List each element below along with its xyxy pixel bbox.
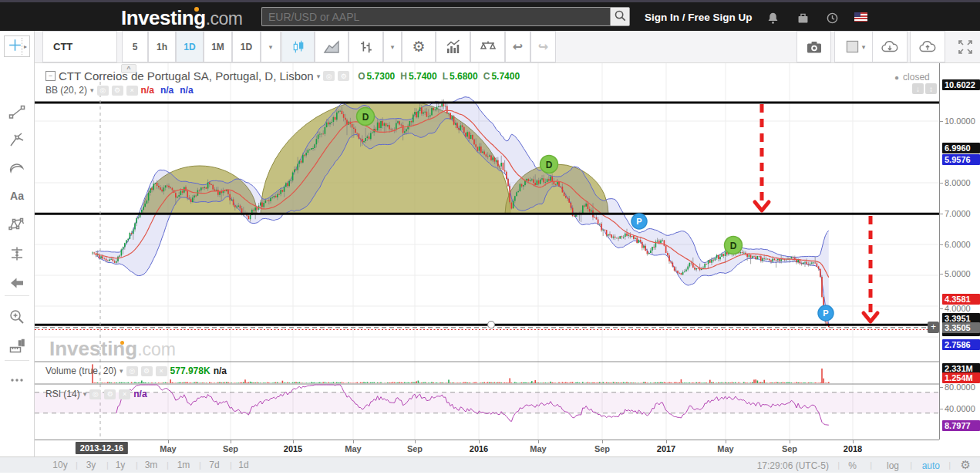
time-tick-label: Sep <box>782 444 797 453</box>
range-button-10y[interactable]: 10y <box>52 460 67 470</box>
rsi-eye-icon[interactable]: ◎ <box>89 389 101 399</box>
fullscreen-button[interactable] <box>952 31 978 62</box>
more-tool-icon[interactable] <box>8 371 26 389</box>
crosshair-tool-button[interactable]: ▸ <box>4 35 30 57</box>
investing-chart-app: Investing.com Sign In / Free Sign Up CTT… <box>0 0 980 475</box>
settings-gear-button[interactable]: ⚙ <box>402 31 436 62</box>
layout-select-button[interactable]: ▾ <box>834 31 877 62</box>
toolbar-collapse-chevron[interactable]: ^ <box>121 64 136 73</box>
price-axis-label: 3.3505 <box>942 322 980 333</box>
chart-toolbar: CTT 51h1D1M1D ▾ ▾ ⚙ ↩ ↪ ▾ <box>35 31 980 63</box>
log-scale-button[interactable]: log <box>887 460 899 471</box>
zoom-in-tool-icon[interactable] <box>8 308 26 326</box>
text-tool-icon[interactable]: Aa <box>8 187 26 205</box>
scroll-range-icon[interactable]: ↕ <box>925 83 937 94</box>
ohlc-values: O5.7300H5.7400L5.6800C5.7400 <box>352 71 520 82</box>
price-axis-label: 2.7586 <box>942 339 980 350</box>
arrow-left-tool-icon[interactable] <box>8 274 26 292</box>
arc-tool-icon[interactable] <box>8 158 26 177</box>
portfolio-briefcase-icon[interactable] <box>795 11 810 25</box>
us-flag-icon[interactable] <box>854 12 867 22</box>
bb-dropdown-caret[interactable]: ▾ <box>90 86 94 94</box>
save-layout-cloud-button[interactable] <box>910 31 945 62</box>
volume-dropdown-caret[interactable]: ▾ <box>120 367 123 375</box>
time-tick-label: May <box>345 444 361 453</box>
status-dot-icon: ● <box>894 73 899 82</box>
screenshot-camera-button[interactable] <box>796 31 831 62</box>
volume-close-icon[interactable]: × <box>156 366 167 376</box>
interval-button-1h-1[interactable]: 1h <box>148 31 176 62</box>
sign-in-link[interactable]: Sign In / Free Sign Up <box>645 12 753 23</box>
crosshair-icon <box>8 38 22 56</box>
time-tick-label: Sep <box>223 444 238 453</box>
interval-button-1d-2[interactable]: 1D <box>176 31 204 62</box>
time-tick-label: 2016 <box>470 444 488 453</box>
trend-line-tool-icon[interactable] <box>8 103 26 121</box>
measure-tool-icon[interactable] <box>8 337 26 355</box>
price-chart-canvas[interactable]: DDDPP <box>35 63 939 440</box>
bb-gear-icon[interactable]: ⚙ <box>112 86 123 96</box>
volume-gear-icon[interactable]: ⚙ <box>141 366 153 376</box>
redo-button[interactable]: ↪ <box>530 31 556 62</box>
area-chart-style-button[interactable] <box>315 31 349 62</box>
range-button-3y[interactable]: 3y <box>86 460 96 470</box>
rsi-dropdown-caret[interactable]: ▾ <box>83 390 87 398</box>
indicators-button[interactable] <box>436 31 470 62</box>
auto-scale-button[interactable]: auto <box>922 460 940 471</box>
status-label: closed <box>903 72 930 83</box>
title-dropdown-caret[interactable]: ▾ <box>317 72 321 80</box>
price-axis-label: 10.0000 <box>942 116 980 126</box>
compare-scales-button[interactable] <box>470 31 505 62</box>
collapse-panel-icon[interactable]: − <box>45 71 56 81</box>
undo-button[interactable]: ↩ <box>505 31 530 62</box>
range-button-1d[interactable]: 1d <box>238 460 248 470</box>
investing-logo[interactable]: Investing.com <box>121 6 242 30</box>
drawing-tools-sidebar: ▸ Aa <box>0 31 35 456</box>
bb-values: n/an/an/a <box>141 85 200 96</box>
series-settings-gear-icon[interactable]: ⚙ <box>338 71 349 81</box>
add-alert-plus-button[interactable]: + <box>928 322 939 333</box>
rsi-gear-icon[interactable]: ⚙ <box>104 389 116 399</box>
load-layout-cloud-button[interactable] <box>872 31 908 62</box>
recent-clock-icon[interactable] <box>824 11 840 25</box>
volume-eye-icon[interactable]: ◎ <box>126 366 138 376</box>
time-axis[interactable]: MaySep2015MaySep2016MaySep2017MaySep2018… <box>35 440 939 456</box>
interval-button-1m-3[interactable]: 1M <box>204 31 232 62</box>
search-button[interactable] <box>610 7 630 26</box>
instrument-header: − CTT Correios de Portugal SA, Portugal,… <box>45 69 520 83</box>
price-axis-label: 4.0000 <box>942 303 980 314</box>
visibility-eye-icon[interactable]: ◎ <box>323 71 335 81</box>
rsi-close-icon[interactable]: × <box>119 389 130 399</box>
price-axis-label: 10.6022 <box>942 79 980 90</box>
pitchfork-tool-icon[interactable] <box>8 130 26 149</box>
notifications-bell-icon[interactable] <box>765 11 780 25</box>
interval-dropdown-caret[interactable]: ▾ <box>261 31 281 62</box>
bb-close-icon[interactable]: × <box>126 86 138 96</box>
percent-scale-button[interactable]: % <box>848 460 857 471</box>
price-axis-label: 6.9960 <box>942 143 980 153</box>
range-button-7d[interactable]: 7d <box>209 460 219 470</box>
bar-style-button[interactable] <box>349 31 383 62</box>
scroll-down-icon[interactable]: ↓ <box>912 83 924 94</box>
interval-button-1d-4[interactable]: 1D <box>232 31 261 62</box>
svg-text:D: D <box>730 241 737 251</box>
bottom-settings-gear-icon[interactable]: ⚙ <box>961 458 971 472</box>
xabcd-pattern-tool-icon[interactable] <box>8 215 26 234</box>
watermark: Investing.com <box>49 337 176 361</box>
range-button-1y[interactable]: 1y <box>116 460 126 470</box>
search-input[interactable] <box>261 7 610 26</box>
style-dropdown-caret[interactable]: ▾ <box>383 31 402 62</box>
watermark-orange-dot <box>120 341 124 345</box>
range-button-1m[interactable]: 1m <box>177 460 190 470</box>
crosshair-expand-caret[interactable]: ▸ <box>22 38 29 55</box>
symbol-box[interactable]: CTT <box>42 31 117 62</box>
bb-eye-icon[interactable]: ◎ <box>97 86 109 96</box>
volume-value: 577.978K <box>170 366 210 376</box>
long-position-tool-icon[interactable] <box>8 244 26 263</box>
range-button-3m[interactable]: 3m <box>145 460 158 470</box>
candlestick-style-button[interactable] <box>281 31 315 62</box>
price-axis[interactable]: 10.602210.00006.99605.95768.00007.00006.… <box>939 63 980 440</box>
bottom-toolbar: 10y|3y|1y|3m|1m|7d|1d 17:29:06 (UTC-5) |… <box>0 456 980 473</box>
interval-button-5-0[interactable]: 5 <box>122 31 148 62</box>
price-axis-label: 4.3581 <box>942 294 980 305</box>
